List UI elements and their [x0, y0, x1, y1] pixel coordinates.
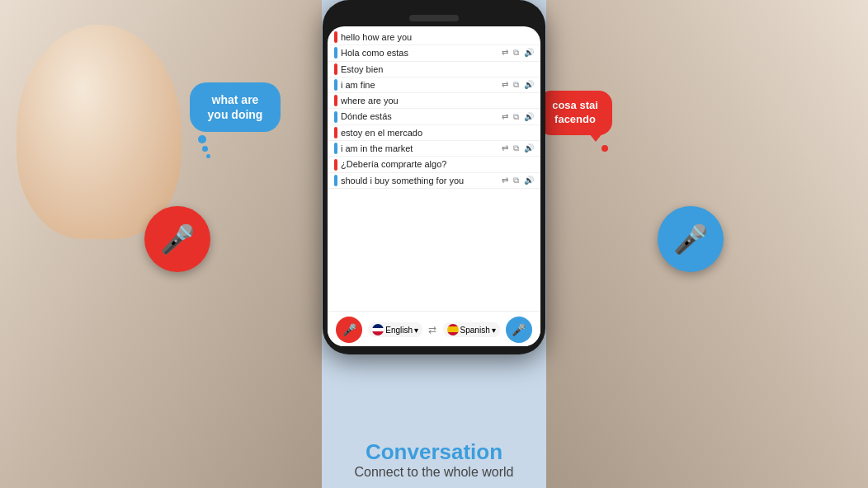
conv-text: Estoy bien — [341, 63, 534, 75]
action-icon[interactable]: ⧉ — [513, 80, 519, 90]
phone-screen: hello how are youHola como estas⇄⧉🔊Estoy… — [328, 26, 540, 346]
list-item: estoy en el mercado — [328, 125, 540, 141]
lang-indicator — [334, 159, 337, 171]
thought-bubble-left: what are you doing — [190, 82, 281, 158]
action-icon[interactable]: 🔊 — [524, 48, 534, 58]
action-icon[interactable]: ⇄ — [502, 143, 508, 153]
phone-bottom-bar: 🎤 English ▾ ⇄ Spanish ▾ 🎤 — [328, 311, 540, 346]
action-icon[interactable]: 🔊 — [524, 176, 534, 185]
footer-subtitle: Connect to the whole world — [0, 465, 868, 480]
bubble-dot-2 — [202, 146, 208, 152]
flag-spanish — [447, 324, 459, 336]
conv-text: Dónde estás — [341, 110, 498, 122]
conv-text: where are you — [341, 95, 534, 106]
chevron-down-icon: ▾ — [414, 326, 418, 335]
phone-notch — [409, 15, 459, 21]
conv-text: Hola como estas — [341, 47, 498, 59]
list-item: hello how are you — [328, 30, 540, 45]
lang-indicator — [334, 175, 337, 186]
footer-title: Conversation — [0, 439, 868, 465]
lang-indicator — [334, 79, 337, 91]
lang-indicator — [334, 143, 337, 154]
lang-label-spanish: Spanish — [460, 326, 490, 335]
lang-indicator — [334, 63, 337, 75]
lang-label-english: English — [385, 326, 413, 335]
conv-text: i am in the market — [341, 143, 498, 154]
action-icon[interactable]: ⧉ — [513, 112, 519, 122]
action-icon[interactable]: ⇄ — [502, 112, 508, 122]
bubble-dot-1 — [198, 135, 206, 143]
list-item: should i buy something for you⇄⧉🔊 — [328, 173, 540, 189]
list-item: i am fine⇄⧉🔊 — [328, 77, 540, 93]
mic-icon-left: 🎤 — [160, 223, 195, 256]
list-item: Dónde estás⇄⧉🔊 — [328, 109, 540, 124]
conv-text: estoy en el mercado — [341, 127, 534, 138]
list-item: where are you — [328, 93, 540, 109]
conv-text: should i buy something for you — [341, 175, 498, 186]
action-icon[interactable]: ⧉ — [513, 176, 519, 185]
action-icon[interactable]: ⇄ — [502, 80, 508, 90]
list-item: Estoy bien — [328, 62, 540, 77]
lang-indicator — [334, 127, 337, 138]
flag-english — [372, 324, 384, 336]
lang-selector-left[interactable]: English ▾ — [368, 322, 422, 337]
phone-mic-red[interactable]: 🎤 — [336, 317, 362, 343]
conversation-list[interactable]: hello how are youHola como estas⇄⧉🔊Estoy… — [328, 26, 540, 311]
right-bubble-text: cosa stai facendo — [538, 91, 612, 135]
action-icon[interactable]: ⇄ — [502, 48, 508, 58]
bubble-dot-3 — [206, 154, 210, 158]
list-item: i am in the market⇄⧉🔊 — [328, 141, 540, 157]
lang-indicator — [334, 47, 337, 59]
footer-section: Conversation Connect to the whole world — [0, 439, 868, 480]
left-bubble-text: what are you doing — [190, 82, 281, 132]
action-icon[interactable]: 🔊 — [524, 80, 534, 90]
lang-indicator — [334, 95, 337, 106]
lang-indicator — [334, 111, 337, 123]
action-icon[interactable]: 🔊 — [524, 143, 534, 153]
action-icon[interactable]: ⇄ — [502, 176, 508, 185]
chevron-down-icon-2: ▾ — [492, 326, 496, 335]
speech-bubble-right: cosa stai facendo — [538, 91, 612, 135]
list-item: ¿Debería comprarte algo? — [328, 157, 540, 172]
phone-mic-blue[interactable]: 🎤 — [506, 317, 532, 343]
lang-selector-right[interactable]: Spanish ▾ — [443, 322, 500, 337]
phone-device: hello how are youHola como estas⇄⧉🔊Estoy… — [323, 0, 545, 354]
conv-text: hello how are you — [341, 31, 534, 43]
action-icon[interactable]: ⧉ — [513, 143, 519, 153]
action-icon[interactable]: 🔊 — [524, 112, 534, 122]
list-item: Hola como estas⇄⧉🔊 — [328, 45, 540, 61]
speech-bubble-dot — [601, 145, 608, 152]
conv-text: i am fine — [341, 79, 498, 91]
action-icon[interactable]: ⧉ — [513, 48, 519, 58]
mic-button-right[interactable]: 🎤 — [658, 206, 724, 272]
swap-languages-button[interactable]: ⇄ — [428, 324, 436, 336]
lang-indicator — [334, 31, 337, 43]
mic-button-left[interactable]: 🎤 — [144, 206, 210, 272]
mic-icon-right: 🎤 — [673, 223, 708, 256]
conv-text: ¿Debería comprarte algo? — [341, 158, 534, 170]
